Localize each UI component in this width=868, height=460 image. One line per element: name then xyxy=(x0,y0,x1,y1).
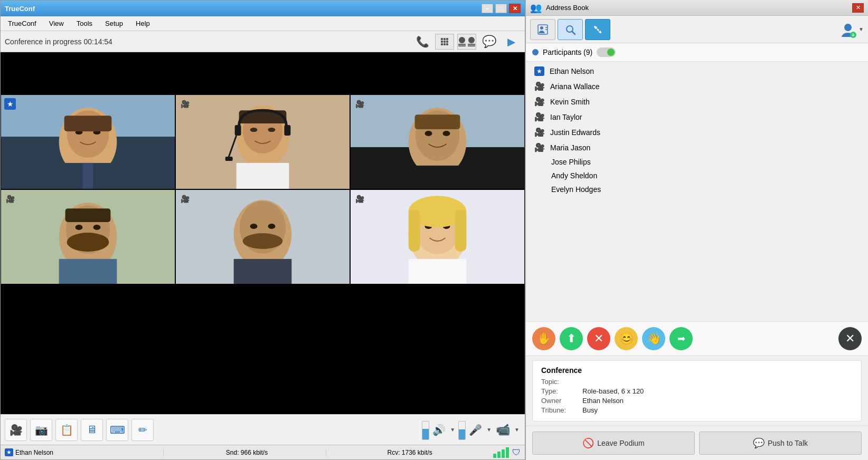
action-buttons-row: ✋ ⬆ ✕ 😊 👋 ➡ ✕ xyxy=(526,321,868,356)
search-tab-button[interactable] xyxy=(558,19,583,40)
menu-bar: TrueConf View Tools Setup Help xyxy=(1,16,525,31)
video-cell-4[interactable]: 🎥 xyxy=(1,189,175,284)
participants-header: Participants (9) xyxy=(526,43,868,62)
screenshot-button[interactable]: 📷 xyxy=(30,419,52,441)
title-bar-controls: – □ ✕ xyxy=(482,4,521,13)
tribune-label: Tribune: xyxy=(541,406,578,414)
participant-name: Maria Jason xyxy=(550,143,590,152)
svg-point-39 xyxy=(250,224,258,229)
push-to-talk-button[interactable]: 💬 Push to Talk xyxy=(699,432,862,455)
keypad-button[interactable]: ⌨ xyxy=(106,419,128,441)
conference-status: Conference in progress 00:14:54 xyxy=(5,37,112,46)
participant-item[interactable]: Evelyn Hodges xyxy=(526,183,868,196)
cell3-cam-indicator: 🎥 xyxy=(354,98,365,110)
whiteboard-button[interactable]: ✏ xyxy=(131,419,154,441)
video-cell-3[interactable]: 🎥 xyxy=(350,94,525,189)
menu-trueconf[interactable]: TrueConf xyxy=(3,18,42,29)
topic-label: Topic: xyxy=(541,378,578,386)
video-call-icon[interactable]: 📹 xyxy=(495,423,511,437)
mic-icon[interactable]: 🎤 xyxy=(468,424,483,436)
screen-share-button[interactable]: 🖥 xyxy=(81,419,103,441)
participant-item[interactable]: 🎥 Ariana Wallace xyxy=(526,79,868,94)
participants-label: Participants (9) xyxy=(543,48,592,56)
security-icon[interactable]: 🛡 xyxy=(512,448,521,457)
participant-item[interactable]: 🎥 Maria Jason xyxy=(526,140,868,155)
signal-bar-1 xyxy=(493,454,496,458)
bottom-toolbar: 🎥 📷 📋 🖥 ⌨ ✏ 🔊 ▼ 🎤 ▼ 📹 ▼ xyxy=(1,414,525,445)
svg-point-14 xyxy=(268,128,275,132)
online-toggle[interactable] xyxy=(597,47,616,57)
status-bar: ★ Ethan Nelson Snd: 966 kbit/s Rcv: 1736… xyxy=(1,445,525,459)
volume-slider[interactable] xyxy=(422,421,429,440)
signal-bar-2 xyxy=(497,452,501,458)
participant-item[interactable]: ★ Ethan Nelson xyxy=(526,64,868,79)
hangup-button[interactable]: 📞 xyxy=(413,34,432,50)
participant-star-icon: ★ xyxy=(534,66,544,76)
up-arrow-button[interactable]: ⬆ xyxy=(560,327,583,350)
expand-button[interactable]: ▶ xyxy=(502,34,521,50)
status-user-name: Ethan Nelson xyxy=(15,449,53,456)
svg-rect-34 xyxy=(65,208,111,222)
participant-name: Jose Philips xyxy=(551,158,591,166)
owner-label: Owner xyxy=(541,397,578,405)
menu-tools[interactable]: Tools xyxy=(71,18,98,29)
ab-toolbar: + ▼ xyxy=(526,16,868,43)
cell4-cam-indicator: 🎥 xyxy=(4,193,16,205)
participant-item[interactable]: Andy Sheldon xyxy=(526,169,868,183)
maximize-button[interactable]: □ xyxy=(495,4,507,13)
trueconf-panel: TrueConf – □ ✕ TrueConf View Tools Setup… xyxy=(0,0,525,460)
volume-icon[interactable]: 🔊 xyxy=(431,424,447,436)
participant-item[interactable]: 🎥 Ian Taylor xyxy=(526,109,868,124)
user-profile-button[interactable]: + ▼ xyxy=(839,21,864,38)
status-receive: Rcv: 1736 kbit/s xyxy=(326,449,489,456)
document-button[interactable]: 📋 xyxy=(55,419,78,441)
close-button[interactable]: ✕ xyxy=(509,4,521,13)
leave-podium-button[interactable]: 🚫 Leave Podium xyxy=(532,432,695,455)
participant-cam-icon: 🎥 xyxy=(534,97,545,107)
chat-button[interactable]: 💬 xyxy=(479,34,498,50)
participant-name: Ethan Nelson xyxy=(550,67,594,75)
svg-rect-8 xyxy=(64,116,112,131)
raise-hand-button[interactable]: ✋ xyxy=(532,327,555,350)
ab-close-button[interactable]: ✕ xyxy=(852,3,864,13)
video-cell-1[interactable]: ★ xyxy=(1,94,175,189)
mic-slider[interactable] xyxy=(458,421,466,440)
participant-item[interactable]: Jose Philips xyxy=(526,155,868,169)
camera-button[interactable]: 🎥 xyxy=(5,419,27,441)
conference-icons: 📞 xyxy=(413,34,521,50)
mic-dropdown[interactable]: ▼ xyxy=(485,427,493,433)
video-cell-5[interactable]: 🎥 xyxy=(175,189,350,284)
dismiss-button[interactable]: ✕ xyxy=(838,327,862,350)
contacts-button[interactable] xyxy=(457,34,476,50)
participant-item[interactable]: 🎥 Kevin Smith xyxy=(526,94,868,109)
signal-bar-4 xyxy=(506,447,509,458)
menu-setup[interactable]: Setup xyxy=(100,18,128,29)
numpad-button[interactable] xyxy=(435,34,454,50)
owner-row: Owner Ethan Nelson xyxy=(541,397,853,405)
mic-off-icon: 🚫 xyxy=(582,437,594,449)
menu-view[interactable]: View xyxy=(44,18,69,29)
svg-text:+: + xyxy=(852,32,855,38)
participants-list: ★ Ethan Nelson 🎥 Ariana Wallace 🎥 Kevin … xyxy=(526,62,868,321)
black-top-bar xyxy=(1,52,525,94)
participant-cam-icon: 🎥 xyxy=(534,81,545,91)
user-dropdown-arrow: ▼ xyxy=(858,26,864,32)
call-tab-button[interactable] xyxy=(585,19,610,40)
video-cell-2[interactable]: 🎥 xyxy=(175,94,350,189)
smile-button[interactable]: 😊 xyxy=(615,327,638,350)
svg-point-57 xyxy=(844,24,852,31)
wave-button[interactable]: 👋 xyxy=(642,327,665,350)
ab-title-bar: 👥 Address Book ✕ xyxy=(526,0,868,16)
minimize-button[interactable]: – xyxy=(482,4,493,13)
svg-point-25 xyxy=(442,131,450,136)
volume-dropdown[interactable]: ▼ xyxy=(449,427,456,433)
video-cell-6[interactable]: 🎥 xyxy=(350,189,525,284)
participant-name: Justin Edwards xyxy=(550,128,600,137)
ab-person-icon: 👥 xyxy=(530,2,542,14)
contacts-tab-button[interactable] xyxy=(530,19,555,40)
reject-button[interactable]: ✕ xyxy=(587,327,610,350)
video-dropdown[interactable]: ▼ xyxy=(513,427,521,433)
menu-help[interactable]: Help xyxy=(130,18,155,29)
enter-button[interactable]: ➡ xyxy=(669,327,693,350)
participant-item[interactable]: 🎥 Justin Edwards xyxy=(526,124,868,140)
